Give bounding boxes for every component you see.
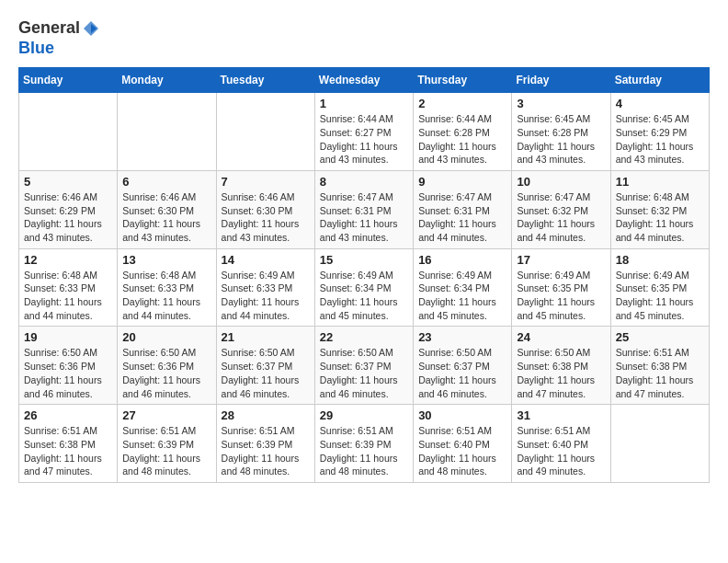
day-info: Sunrise: 6:46 AM Sunset: 6:30 PM Dayligh… xyxy=(122,190,210,245)
calendar-cell: 2Sunrise: 6:44 AM Sunset: 6:28 PM Daylig… xyxy=(414,93,512,171)
day-info: Sunrise: 6:49 AM Sunset: 6:33 PM Dayligh… xyxy=(222,269,310,323)
calendar-cell: 22Sunrise: 6:50 AM Sunset: 6:37 PM Dayli… xyxy=(314,327,413,405)
calendar-table: SundayMondayTuesdayWednesdayThursdayFrid… xyxy=(18,67,710,483)
calendar-cell: 13Sunrise: 6:48 AM Sunset: 6:33 PM Dayli… xyxy=(118,248,216,327)
day-info: Sunrise: 6:45 AM Sunset: 6:29 PM Dayligh… xyxy=(616,112,704,167)
weekday-header-thursday: Thursday xyxy=(414,68,512,93)
day-number: 30 xyxy=(418,408,506,422)
day-number: 25 xyxy=(616,330,704,344)
logo-general: General xyxy=(18,18,80,39)
day-number: 28 xyxy=(222,408,310,422)
day-number: 5 xyxy=(24,175,112,189)
calendar-cell: 16Sunrise: 6:49 AM Sunset: 6:34 PM Dayli… xyxy=(414,248,512,327)
day-number: 18 xyxy=(616,253,704,267)
day-info: Sunrise: 6:51 AM Sunset: 6:38 PM Dayligh… xyxy=(616,346,704,400)
day-info: Sunrise: 6:50 AM Sunset: 6:37 PM Dayligh… xyxy=(222,346,310,400)
day-info: Sunrise: 6:50 AM Sunset: 6:38 PM Dayligh… xyxy=(517,346,605,400)
calendar-cell: 24Sunrise: 6:50 AM Sunset: 6:38 PM Dayli… xyxy=(512,327,610,405)
day-info: Sunrise: 6:46 AM Sunset: 6:29 PM Dayligh… xyxy=(24,190,112,245)
calendar-cell: 1Sunrise: 6:44 AM Sunset: 6:27 PM Daylig… xyxy=(314,93,413,171)
day-info: Sunrise: 6:48 AM Sunset: 6:33 PM Dayligh… xyxy=(122,269,210,323)
calendar-week-5: 26Sunrise: 6:51 AM Sunset: 6:38 PM Dayli… xyxy=(19,405,710,483)
weekday-header-friday: Friday xyxy=(512,68,610,93)
day-number: 11 xyxy=(616,175,704,189)
day-number: 10 xyxy=(517,175,605,189)
weekday-header-tuesday: Tuesday xyxy=(216,68,314,93)
calendar-cell: 25Sunrise: 6:51 AM Sunset: 6:38 PM Dayli… xyxy=(610,327,709,405)
logo-blue: Blue xyxy=(18,39,100,59)
day-info: Sunrise: 6:50 AM Sunset: 6:37 PM Dayligh… xyxy=(320,346,408,400)
page-header: General Blue xyxy=(18,18,710,58)
calendar-cell: 26Sunrise: 6:51 AM Sunset: 6:38 PM Dayli… xyxy=(19,405,118,483)
day-info: Sunrise: 6:48 AM Sunset: 6:32 PM Dayligh… xyxy=(616,190,704,245)
calendar-cell xyxy=(610,405,709,483)
logo-icon xyxy=(82,19,100,38)
calendar-cell xyxy=(216,93,314,171)
calendar-cell: 31Sunrise: 6:51 AM Sunset: 6:40 PM Dayli… xyxy=(512,405,610,483)
day-number: 9 xyxy=(418,175,506,189)
calendar-week-1: 1Sunrise: 6:44 AM Sunset: 6:27 PM Daylig… xyxy=(19,93,710,171)
calendar-cell: 21Sunrise: 6:50 AM Sunset: 6:37 PM Dayli… xyxy=(216,327,314,405)
calendar-cell: 27Sunrise: 6:51 AM Sunset: 6:39 PM Dayli… xyxy=(118,405,216,483)
calendar-cell: 20Sunrise: 6:50 AM Sunset: 6:36 PM Dayli… xyxy=(118,327,216,405)
day-number: 17 xyxy=(517,253,605,267)
day-number: 24 xyxy=(517,330,605,344)
calendar-week-3: 12Sunrise: 6:48 AM Sunset: 6:33 PM Dayli… xyxy=(19,248,710,327)
calendar-cell: 9Sunrise: 6:47 AM Sunset: 6:31 PM Daylig… xyxy=(414,170,512,248)
day-info: Sunrise: 6:49 AM Sunset: 6:34 PM Dayligh… xyxy=(418,269,506,323)
day-number: 14 xyxy=(222,253,310,267)
calendar-cell: 23Sunrise: 6:50 AM Sunset: 6:37 PM Dayli… xyxy=(414,327,512,405)
calendar-cell: 3Sunrise: 6:45 AM Sunset: 6:28 PM Daylig… xyxy=(512,93,610,171)
day-info: Sunrise: 6:45 AM Sunset: 6:28 PM Dayligh… xyxy=(517,112,605,167)
calendar-cell: 6Sunrise: 6:46 AM Sunset: 6:30 PM Daylig… xyxy=(118,170,216,248)
logo: General Blue xyxy=(18,18,100,58)
calendar-cell xyxy=(19,93,118,171)
day-number: 23 xyxy=(418,330,506,344)
day-info: Sunrise: 6:49 AM Sunset: 6:35 PM Dayligh… xyxy=(517,269,605,323)
day-number: 26 xyxy=(24,408,112,422)
calendar-cell: 28Sunrise: 6:51 AM Sunset: 6:39 PM Dayli… xyxy=(216,405,314,483)
day-number: 2 xyxy=(418,97,506,110)
day-info: Sunrise: 6:51 AM Sunset: 6:39 PM Dayligh… xyxy=(320,424,408,478)
calendar-cell xyxy=(118,93,216,171)
day-number: 1 xyxy=(320,97,408,110)
calendar-cell: 15Sunrise: 6:49 AM Sunset: 6:34 PM Dayli… xyxy=(314,248,413,327)
day-info: Sunrise: 6:49 AM Sunset: 6:34 PM Dayligh… xyxy=(320,269,408,323)
day-number: 22 xyxy=(320,330,408,344)
day-number: 21 xyxy=(222,330,310,344)
day-number: 4 xyxy=(616,97,704,110)
weekday-header-sunday: Sunday xyxy=(19,68,118,93)
day-info: Sunrise: 6:46 AM Sunset: 6:30 PM Dayligh… xyxy=(222,190,310,245)
day-info: Sunrise: 6:51 AM Sunset: 6:39 PM Dayligh… xyxy=(222,424,310,478)
calendar-cell: 30Sunrise: 6:51 AM Sunset: 6:40 PM Dayli… xyxy=(414,405,512,483)
day-number: 29 xyxy=(320,408,408,422)
calendar-cell: 5Sunrise: 6:46 AM Sunset: 6:29 PM Daylig… xyxy=(19,170,118,248)
calendar-cell: 17Sunrise: 6:49 AM Sunset: 6:35 PM Dayli… xyxy=(512,248,610,327)
day-number: 19 xyxy=(24,330,112,344)
day-info: Sunrise: 6:47 AM Sunset: 6:31 PM Dayligh… xyxy=(320,190,408,245)
calendar-cell: 10Sunrise: 6:47 AM Sunset: 6:32 PM Dayli… xyxy=(512,170,610,248)
day-number: 15 xyxy=(320,253,408,267)
day-info: Sunrise: 6:51 AM Sunset: 6:38 PM Dayligh… xyxy=(24,424,112,478)
day-number: 13 xyxy=(122,253,210,267)
day-info: Sunrise: 6:50 AM Sunset: 6:36 PM Dayligh… xyxy=(122,346,210,400)
day-info: Sunrise: 6:44 AM Sunset: 6:27 PM Dayligh… xyxy=(320,112,408,167)
calendar-week-4: 19Sunrise: 6:50 AM Sunset: 6:36 PM Dayli… xyxy=(19,327,710,405)
day-number: 12 xyxy=(24,253,112,267)
day-info: Sunrise: 6:51 AM Sunset: 6:39 PM Dayligh… xyxy=(122,424,210,478)
day-number: 27 xyxy=(122,408,210,422)
day-info: Sunrise: 6:47 AM Sunset: 6:32 PM Dayligh… xyxy=(517,190,605,245)
day-number: 31 xyxy=(517,408,605,422)
day-info: Sunrise: 6:51 AM Sunset: 6:40 PM Dayligh… xyxy=(418,424,506,478)
day-info: Sunrise: 6:48 AM Sunset: 6:33 PM Dayligh… xyxy=(24,269,112,323)
weekday-header-wednesday: Wednesday xyxy=(314,68,413,93)
day-info: Sunrise: 6:44 AM Sunset: 6:28 PM Dayligh… xyxy=(418,112,506,167)
day-number: 7 xyxy=(222,175,310,189)
day-info: Sunrise: 6:50 AM Sunset: 6:36 PM Dayligh… xyxy=(24,346,112,400)
calendar-cell: 29Sunrise: 6:51 AM Sunset: 6:39 PM Dayli… xyxy=(314,405,413,483)
day-info: Sunrise: 6:47 AM Sunset: 6:31 PM Dayligh… xyxy=(418,190,506,245)
day-info: Sunrise: 6:51 AM Sunset: 6:40 PM Dayligh… xyxy=(517,424,605,478)
calendar-cell: 8Sunrise: 6:47 AM Sunset: 6:31 PM Daylig… xyxy=(314,170,413,248)
weekday-header-monday: Monday xyxy=(118,68,216,93)
weekday-header-row: SundayMondayTuesdayWednesdayThursdayFrid… xyxy=(19,68,710,93)
